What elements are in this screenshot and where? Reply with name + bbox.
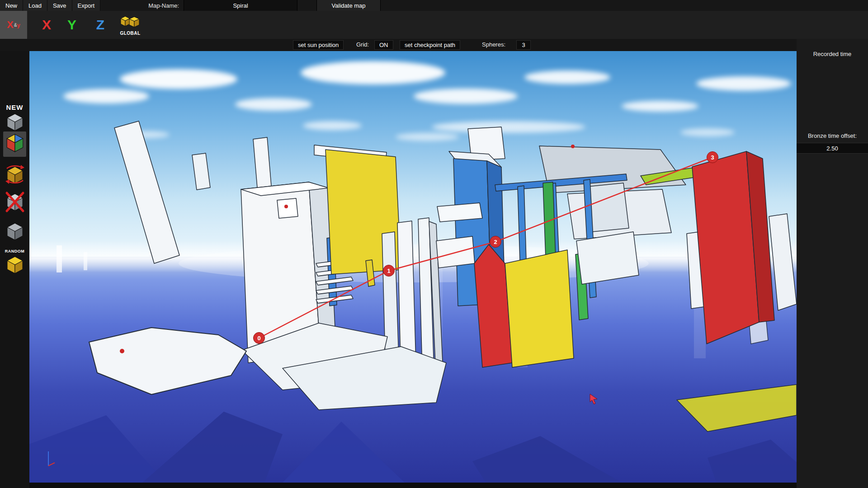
- rotate-block-tool[interactable]: [0, 163, 29, 188]
- map-name-input[interactable]: Spiral: [184, 0, 297, 11]
- spheres-label: Spheres:: [482, 41, 505, 48]
- delete-block-tool[interactable]: [0, 191, 29, 215]
- plain-cube-icon: [6, 222, 24, 244]
- axis-xy-y-label: y: [17, 22, 20, 28]
- menu-bar: New Load Save Export Map-Name: Spiral Va…: [0, 0, 868, 11]
- spheres-count-field[interactable]: 3: [516, 40, 531, 50]
- plain-block-tool[interactable]: [0, 222, 29, 244]
- random-block-label: RANDOM: [0, 249, 29, 253]
- bronze-offset-field[interactable]: 2.50: [797, 143, 868, 154]
- global-cubes-icon: [120, 15, 141, 30]
- checkpoint-marker-0[interactable]: 0: [253, 332, 265, 344]
- yellow-cube-icon: [6, 255, 24, 277]
- axis-x-button[interactable]: X: [36, 11, 57, 39]
- axis-z-button[interactable]: Z: [90, 11, 111, 39]
- right-panel: Recorded time Bronze time offset: 2.50: [797, 39, 868, 488]
- cursor-pointer: [589, 394, 600, 406]
- place-block-tool-selected[interactable]: [3, 131, 26, 157]
- checkpoint-marker-2[interactable]: 2: [490, 236, 501, 248]
- axis-xy-amp-label: &: [14, 23, 17, 28]
- gray-cube-icon: [6, 113, 24, 134]
- bronze-offset-label: Bronze time offset:: [797, 132, 868, 139]
- rotate-cube-icon: [5, 163, 25, 188]
- map-name-label: Map-Name:: [144, 2, 184, 9]
- axis-toolbar: X&y X Y Z GLOBAL: [0, 11, 868, 39]
- tool-sidebar: NEW: [0, 51, 29, 488]
- checkpoint-marker-3[interactable]: 3: [707, 151, 718, 163]
- recorded-time-label: Recorded time: [797, 51, 868, 57]
- map-editor-app: New Load Save Export Map-Name: Spiral Va…: [0, 0, 868, 488]
- random-block-tool[interactable]: [0, 255, 29, 277]
- validate-map-button[interactable]: Validate map: [316, 0, 381, 11]
- grid-toggle-button[interactable]: ON: [374, 40, 393, 50]
- new-block-tool[interactable]: [0, 113, 29, 134]
- menu-save-button[interactable]: Save: [47, 0, 72, 11]
- menu-export-button[interactable]: Export: [72, 0, 101, 11]
- axis-xy-x-label: X: [7, 19, 14, 31]
- bottom-strip: [29, 483, 797, 488]
- colored-cube-icon: [5, 133, 24, 155]
- viewport-toolbar: set sun position Grid: ON set checkpoint…: [0, 39, 868, 51]
- global-label: GLOBAL: [120, 31, 140, 36]
- new-block-label: NEW: [0, 103, 29, 111]
- grid-label: Grid:: [356, 41, 369, 48]
- axis-y-button[interactable]: Y: [61, 11, 82, 39]
- checkpoint-marker-1[interactable]: 1: [383, 265, 395, 277]
- menu-load-button[interactable]: Load: [23, 0, 47, 11]
- scene-svg: [29, 51, 797, 483]
- global-toggle-button[interactable]: GLOBAL: [114, 11, 146, 39]
- set-checkpoint-path-button[interactable]: set checkpoint path: [400, 40, 460, 50]
- viewport-3d[interactable]: 0 1 2 3: [29, 51, 797, 483]
- axis-xy-button[interactable]: X&y: [0, 11, 27, 39]
- set-sun-position-button[interactable]: set sun position: [293, 40, 344, 50]
- menu-new-button[interactable]: New: [0, 0, 23, 11]
- delete-cube-icon: [5, 191, 25, 215]
